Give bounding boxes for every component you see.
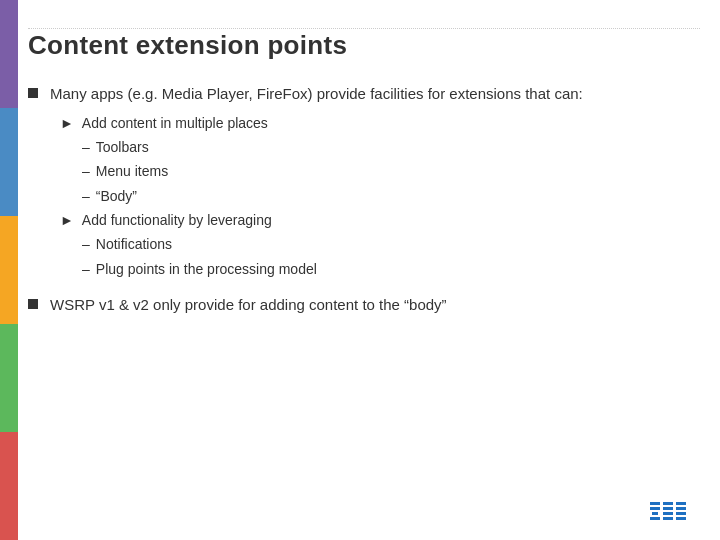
sub-sub-text-1-3: “Body” (96, 185, 137, 207)
sub-sub-text-2-2: Plug points in the processing model (96, 258, 317, 280)
dash-icon: – (82, 185, 90, 207)
sub-sub-text-2-1: Notifications (96, 233, 172, 255)
svg-rect-2 (652, 512, 658, 515)
dash-icon: – (82, 258, 90, 280)
sub-sub-bullets-1: – Toolbars – Menu items – “Body” (82, 136, 583, 207)
svg-rect-1 (650, 507, 660, 510)
sub-bullet-2: ► Add functionality by leveraging – Noti… (60, 209, 583, 280)
sub-bullets-1: ► Add content in multiple places – Toolb… (60, 112, 583, 281)
dash-icon: – (82, 160, 90, 182)
bullet-square-2 (28, 299, 38, 309)
ibm-logo-svg (650, 502, 702, 522)
svg-rect-7 (663, 517, 673, 520)
arrow-icon-2: ► (60, 209, 74, 231)
sub-sub-text-1-1: Toolbars (96, 136, 149, 158)
bullet-item-2: WSRP v1 & v2 only provide for adding con… (28, 294, 700, 317)
dash-icon: – (82, 136, 90, 158)
color-bar-segment (0, 216, 18, 324)
sub-bullet-label-1: Add content in multiple places (82, 112, 268, 134)
dash-icon: – (82, 233, 90, 255)
color-bar-segment (0, 0, 18, 108)
sub-sub-item-1-3: – “Body” (82, 185, 583, 207)
svg-rect-10 (676, 512, 686, 515)
sub-sub-text-1-2: Menu items (96, 160, 168, 182)
sub-sub-item-1-1: – Toolbars (82, 136, 583, 158)
arrow-icon-1: ► (60, 112, 74, 134)
svg-rect-3 (650, 517, 660, 520)
main-content: Content extension points Many apps (e.g.… (28, 30, 700, 520)
svg-rect-6 (663, 512, 673, 515)
slide-title: Content extension points (28, 30, 700, 61)
color-bar (0, 0, 18, 540)
color-bar-segment (0, 432, 18, 540)
decorative-line (28, 28, 700, 29)
color-bar-segment (0, 324, 18, 432)
sub-sub-item-1-2: – Menu items (82, 160, 583, 182)
bullet-square-1 (28, 88, 38, 98)
ibm-logo (650, 502, 702, 522)
svg-rect-0 (650, 502, 660, 505)
bullet-section: Many apps (e.g. Media Player, FireFox) p… (28, 83, 700, 317)
bullet-text-2: WSRP v1 & v2 only provide for adding con… (50, 294, 447, 317)
sub-sub-bullets-2: – Notifications – Plug points in the pro… (82, 233, 583, 280)
svg-rect-5 (663, 507, 673, 510)
sub-sub-item-2-1: – Notifications (82, 233, 583, 255)
svg-rect-4 (663, 502, 673, 505)
svg-rect-9 (676, 507, 686, 510)
svg-rect-8 (676, 502, 686, 505)
sub-sub-item-2-2: – Plug points in the processing model (82, 258, 583, 280)
sub-bullet-label-2: Add functionality by leveraging (82, 209, 272, 231)
bullet-item-1: Many apps (e.g. Media Player, FireFox) p… (28, 83, 700, 282)
sub-bullet-1: ► Add content in multiple places – Toolb… (60, 112, 583, 208)
color-bar-segment (0, 108, 18, 216)
bullet-text-1: Many apps (e.g. Media Player, FireFox) p… (50, 83, 583, 106)
svg-rect-11 (676, 517, 686, 520)
